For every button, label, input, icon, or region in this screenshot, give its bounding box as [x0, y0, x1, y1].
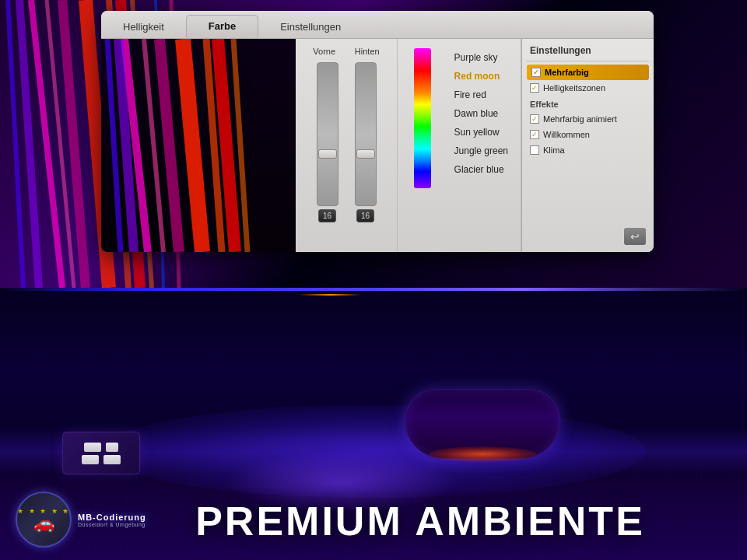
bottom-section: ★ ★ ★ ★ ★ 🚗 MB-Codierung Düsseldorf & Um…	[0, 288, 747, 560]
preview-area	[101, 39, 296, 252]
tab-helligkeit[interactable]: Helligkeit	[101, 16, 186, 38]
tab-bar: Helligkeit Farbe Einstellungen	[101, 11, 654, 39]
color-item-sun-yellow[interactable]: Sun yellow	[447, 123, 516, 142]
panel-btn-4[interactable]	[103, 455, 121, 464]
checkbox-mehrfarbig	[531, 68, 541, 77]
label-mehrfarbig-animiert: Mehrfarbig animiert	[543, 114, 617, 124]
orange-accent	[299, 294, 361, 296]
label-helligkeitszonen: Helligkeitszonen	[543, 83, 605, 93]
slider-labels: Vorne Hinten	[296, 47, 397, 56]
tagline: PREMIUM AMBIENTE	[93, 498, 747, 544]
door-handle	[405, 389, 576, 482]
settings-inner: Mehrfarbig Helligkeitszonen Effekte	[527, 65, 649, 248]
color-swatch-bar	[414, 48, 431, 188]
slider-rear[interactable]: 16	[355, 62, 377, 222]
panel-btn-2[interactable]	[106, 443, 118, 452]
color-list-area: Purple sky Red moon Fire red Dawn blue S…	[397, 39, 521, 252]
color-item-jungle-green[interactable]: Jungle green	[447, 142, 516, 160]
car-icon: 🚗	[33, 515, 54, 532]
color-item-glacier-blue[interactable]: Glacier blue	[447, 160, 516, 179]
checkbox-willkommen	[530, 130, 539, 139]
panel-btn-1[interactable]	[84, 443, 101, 452]
panel-body: Vorne Hinten 16 16	[101, 39, 654, 252]
label-mehrfarbig: Mehrfarbig	[545, 68, 589, 77]
ui-panel: Helligkeit Farbe Einstellungen	[101, 11, 654, 252]
setting-helligkeitszonen[interactable]: Helligkeitszonen	[527, 80, 649, 96]
slider-front-value: 16	[318, 209, 336, 222]
color-item-purple-sky[interactable]: Purple sky	[447, 48, 516, 67]
label-klima: Klima	[543, 145, 565, 155]
back-button[interactable]: ↩	[624, 228, 646, 245]
label-hinten: Hinten	[355, 47, 380, 56]
color-item-dawn-blue[interactable]: Dawn blue	[447, 104, 516, 123]
slider-rear-thumb[interactable]	[356, 149, 375, 159]
logo-circle: ★ ★ ★ ★ ★ 🚗	[16, 492, 72, 548]
slider-front[interactable]: 16	[317, 62, 338, 222]
handle-recess	[405, 389, 560, 459]
slider-front-track[interactable]	[317, 62, 338, 206]
sliders-row: 16 16	[296, 62, 397, 244]
setting-willkommen[interactable]: Willkommen	[527, 127, 649, 142]
left-control-panel	[62, 432, 140, 474]
ambient-strip	[0, 288, 747, 291]
setting-mehrfarbig-animiert[interactable]: Mehrfarbig animiert	[527, 111, 649, 127]
tab-farbe[interactable]: Farbe	[186, 15, 258, 38]
checkbox-helligkeitszonen	[530, 83, 539, 93]
setting-mehrfarbig[interactable]: Mehrfarbig	[527, 65, 649, 80]
checkbox-klima	[530, 145, 539, 155]
setting-klima[interactable]: Klima	[527, 142, 649, 158]
label-willkommen: Willkommen	[543, 130, 590, 139]
slider-rear-track[interactable]	[355, 62, 377, 206]
settings-area: Einstellungen Mehrfarbig Helligkeitszone…	[521, 39, 654, 252]
slider-rear-value: 16	[356, 209, 374, 222]
panel-btn-row-2	[82, 455, 121, 464]
settings-items-group: Mehrfarbig Helligkeitszonen Effekte	[527, 65, 649, 225]
color-item-red-moon[interactable]: Red moon	[447, 67, 516, 86]
slider-front-thumb[interactable]	[318, 149, 337, 159]
checkbox-mehrfarbig-animiert	[530, 114, 539, 124]
color-item-fire-red[interactable]: Fire red	[447, 86, 516, 104]
section-effekte: Effekte	[527, 96, 649, 111]
top-section: MB-CODIERUNG Helligkeit Farbe Einstellun…	[0, 0, 747, 288]
label-vorne: Vorne	[313, 47, 335, 56]
handle-glow-red	[428, 446, 537, 462]
color-items: Purple sky Red moon Fire red Dawn blue S…	[447, 48, 516, 179]
panel-btn-3[interactable]	[82, 455, 99, 464]
settings-title: Einstellungen	[527, 42, 649, 61]
tab-einstellungen[interactable]: Einstellungen	[258, 16, 363, 38]
sliders-area: Vorne Hinten 16 16	[296, 39, 397, 252]
panel-btn-row-1	[84, 443, 118, 452]
